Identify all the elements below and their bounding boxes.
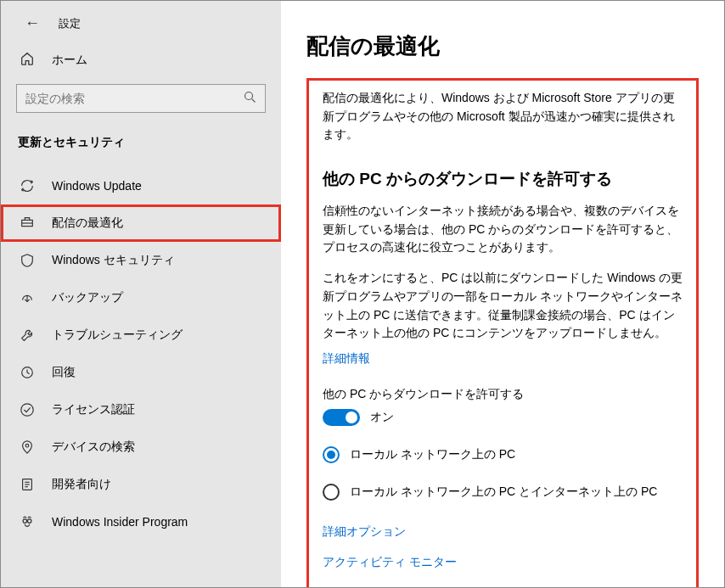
sidebar-item-delivery-optimization[interactable]: 配信の最適化 <box>1 204 281 242</box>
toggle-state: オン <box>370 410 394 425</box>
main-content: 配信の最適化 配信の最適化により、Windows および Microsoft S… <box>281 1 724 587</box>
intro-text: 配信の最適化により、Windows および Microsoft Store アプ… <box>323 89 683 144</box>
sidebar-item-label: Windows Insider Program <box>52 515 188 529</box>
sidebar-item-activation[interactable]: ライセンス認証 <box>1 391 281 428</box>
sidebar-item-troubleshoot[interactable]: トラブルシューティング <box>1 316 281 354</box>
category-title: 更新とセキュリティ <box>1 120 281 159</box>
paragraph-1: 信頼性のないインターネット接続がある場合や、複数のデバイスを更新している場合は、… <box>323 202 683 257</box>
advanced-options-link[interactable]: 詳細オプション <box>323 524 683 540</box>
home-icon <box>20 51 35 69</box>
sidebar-item-recovery[interactable]: 回復 <box>1 354 281 391</box>
radio-icon[interactable] <box>323 484 340 501</box>
allow-download-toggle[interactable] <box>323 409 360 426</box>
activation-icon <box>20 402 35 417</box>
backup-icon <box>20 290 35 305</box>
sidebar-item-label: Windows セキュリティ <box>52 253 175 268</box>
radio-label: ローカル ネットワーク上の PC <box>350 447 515 462</box>
sidebar-item-windows-update[interactable]: Windows Update <box>1 167 281 204</box>
sidebar-item-label: 配信の最適化 <box>52 216 123 231</box>
sidebar-item-windows-security[interactable]: Windows セキュリティ <box>1 242 281 279</box>
nav-home-label: ホーム <box>52 53 87 68</box>
back-icon[interactable]: ← <box>25 14 40 32</box>
sidebar-item-label: ライセンス認証 <box>52 402 135 417</box>
page-title: 配信の最適化 <box>306 31 699 61</box>
radio-option-local[interactable]: ローカル ネットワーク上の PC <box>323 446 683 463</box>
svg-point-4 <box>21 404 33 416</box>
svg-line-1 <box>252 99 256 103</box>
paragraph-2: これをオンにすると、PC は以前にダウンロードした Windows の更新プログ… <box>323 269 683 343</box>
sidebar: ← 設定 ホーム 更新とセキュリティ Windows Update <box>1 1 281 587</box>
sidebar-item-label: 開発者向け <box>52 477 111 492</box>
toggle-label: 他の PC からダウンロードを許可する <box>323 387 683 402</box>
radio-icon[interactable] <box>323 446 340 463</box>
location-icon <box>20 440 35 455</box>
radio-label: ローカル ネットワーク上の PC とインターネット上の PC <box>350 484 657 500</box>
delivery-icon <box>20 216 35 231</box>
bottom-links: 詳細オプション アクティビティ モニター <box>323 524 683 570</box>
svg-point-0 <box>245 92 253 100</box>
highlighted-content: 配信の最適化により、Windows および Microsoft Store アプ… <box>306 78 699 588</box>
activity-monitor-link[interactable]: アクティビティ モニター <box>323 555 683 570</box>
search-box[interactable] <box>16 84 266 113</box>
topbar: ← 設定 <box>1 9 281 44</box>
sidebar-item-label: Windows Update <box>52 179 142 193</box>
developer-icon <box>20 477 35 492</box>
svg-point-11 <box>27 519 31 524</box>
sync-icon <box>20 178 35 193</box>
shield-icon <box>20 253 35 268</box>
search-input[interactable] <box>25 92 244 105</box>
sidebar-item-backup[interactable]: バックアップ <box>1 279 281 316</box>
sidebar-item-label: デバイスの検索 <box>52 440 135 455</box>
sidebar-item-insider[interactable]: Windows Insider Program <box>1 503 281 540</box>
recovery-icon <box>20 365 35 380</box>
search-icon <box>244 91 256 106</box>
wrench-icon <box>20 328 35 343</box>
insider-icon <box>20 514 35 529</box>
sidebar-item-label: トラブルシューティング <box>52 328 183 343</box>
sidebar-item-find-device[interactable]: デバイスの検索 <box>1 428 281 466</box>
sidebar-item-label: バックアップ <box>52 290 123 305</box>
radio-option-internet[interactable]: ローカル ネットワーク上の PC とインターネット上の PC <box>323 484 683 501</box>
toggle-row: オン <box>323 409 683 426</box>
sidebar-item-developer[interactable]: 開発者向け <box>1 466 281 503</box>
nav-list: Windows Update 配信の最適化 Windows セキュリティ バック… <box>1 159 281 540</box>
window-title: 設定 <box>59 16 81 31</box>
nav-home[interactable]: ホーム <box>1 44 281 76</box>
sidebar-item-label: 回復 <box>52 365 76 380</box>
details-link[interactable]: 詳細情報 <box>323 351 370 367</box>
section-heading: 他の PC からのダウンロードを許可する <box>323 168 683 190</box>
svg-point-10 <box>23 519 27 524</box>
svg-point-5 <box>25 444 29 447</box>
